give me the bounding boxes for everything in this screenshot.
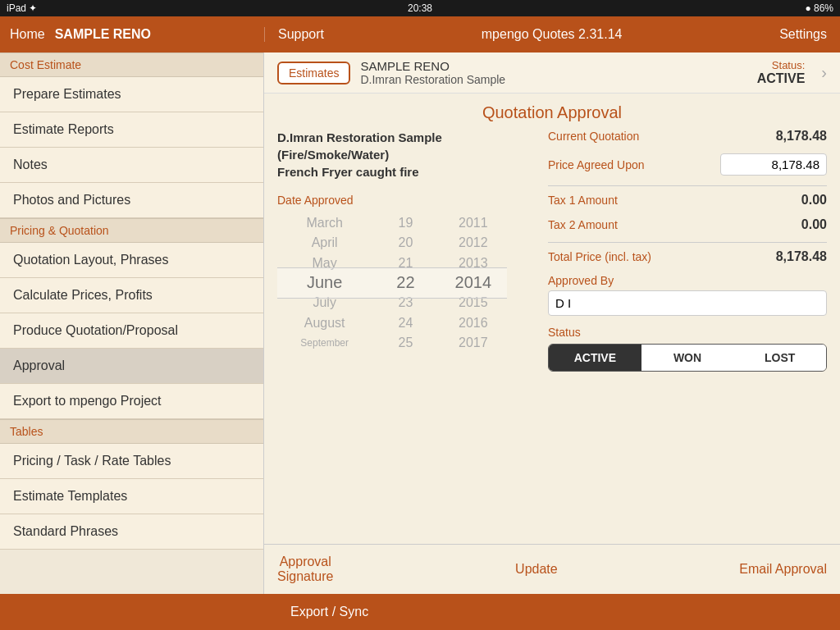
estimate-header: Estimates SAMPLE RENO D.Imran Restoratio… [264, 52, 840, 94]
tax1-label: Tax 1 Amount [548, 194, 618, 207]
divider-1 [548, 185, 827, 186]
sidebar-item-quotation-layout[interactable]: Quotation Layout, Phrases [0, 243, 263, 278]
sidebar-item-calculate-prices[interactable]: Calculate Prices, Profits [0, 278, 263, 313]
status-value: ACTIVE [757, 71, 806, 86]
total-price-label: Total Price (incl. tax) [548, 250, 651, 263]
sidebar-item-photos[interactable]: Photos and Pictures [0, 183, 263, 218]
chevron-right-icon: › [821, 63, 827, 82]
sidebar-item-produce-quotation[interactable]: Produce Quotation/Proposal [0, 313, 263, 349]
year-2016[interactable]: 2016 [440, 313, 507, 332]
nav-bar-left: Home SAMPLE RENO [0, 27, 264, 42]
year-2013[interactable]: 2013 [440, 253, 507, 273]
sidebar-item-pricing-tables[interactable]: Pricing / Task / Rate Tables [0, 444, 263, 479]
year-2017[interactable]: 2017 [440, 333, 507, 353]
main-panel: Estimates SAMPLE RENO D.Imran Restoratio… [264, 52, 840, 594]
tax2-row: Tax 2 Amount 0.00 [548, 217, 827, 232]
approval-signature-button[interactable]: ApprovalSignature [277, 555, 334, 584]
panel-title: Quotation Approval [264, 94, 840, 129]
current-quotation-value: 8,178.48 [776, 129, 827, 144]
sidebar-item-estimate-templates[interactable]: Estimate Templates [0, 479, 263, 514]
ipad-label: iPad ✦ [7, 2, 37, 14]
email-approval-button[interactable]: Email Approval [739, 562, 827, 577]
date-picker[interactable]: March April May June July August Septemb… [277, 213, 507, 353]
status-toggle: ACTIVE WON LOST [548, 344, 827, 372]
status-bar-left: iPad ✦ [7, 2, 37, 14]
month-july[interactable]: July [277, 293, 372, 313]
content-area: Cost Estimate Prepare Estimates Estimate… [0, 52, 840, 594]
month-march[interactable]: March [277, 213, 372, 233]
day-21[interactable]: 21 [372, 253, 439, 273]
nav-bar: Home SAMPLE RENO Support mpengo Quotes 2… [0, 16, 840, 52]
sidebar-item-estimate-reports[interactable]: Estimate Reports [0, 112, 263, 148]
estimates-button[interactable]: Estimates [277, 62, 350, 84]
status-label: Status: [757, 59, 806, 71]
current-quotation-label: Current Quotation [548, 130, 639, 143]
left-column: D.Imran Restoration Sample(Fire/Smoke/Wa… [277, 129, 535, 531]
day-19[interactable]: 19 [372, 213, 439, 233]
month-august[interactable]: August [277, 313, 372, 332]
total-price-row: Total Price (incl. tax) 8,178.48 [548, 249, 827, 264]
app-title: SAMPLE RENO [55, 27, 151, 42]
battery-label: ● 86% [805, 2, 833, 14]
section-header-tables: Tables [0, 419, 263, 444]
estimate-info: SAMPLE RENO D.Imran Restoration Sample [360, 59, 746, 86]
home-button[interactable]: Home [10, 27, 45, 42]
settings-button[interactable]: Settings [779, 27, 827, 42]
day-column[interactable]: 19 20 21 22 23 24 25 [372, 213, 439, 353]
month-june[interactable]: June [277, 273, 372, 293]
tax1-row: Tax 1 Amount 0.00 [548, 193, 827, 208]
sidebar-item-standard-phrases[interactable]: Standard Phrases [0, 514, 263, 550]
status-bar-right: ● 86% [805, 2, 833, 14]
right-column: Current Quotation 8,178.48 Price Agreed … [548, 129, 827, 531]
day-22[interactable]: 22 [372, 273, 439, 293]
date-approved-label: Date Approved [277, 194, 535, 207]
support-button[interactable]: Support [278, 27, 324, 42]
status-active-button[interactable]: ACTIVE [549, 345, 641, 371]
approved-by-label: Approved By [548, 274, 827, 287]
year-2014[interactable]: 2014 [440, 273, 507, 293]
sidebar-item-approval[interactable]: Approval [0, 349, 263, 384]
status-bar-time: 20:38 [408, 2, 432, 14]
total-price-value: 8,178.48 [776, 249, 827, 264]
approved-by-input[interactable] [548, 290, 827, 316]
sidebar-item-export-mpengo[interactable]: Export to mpengo Project [0, 384, 263, 419]
app-version: mpengo Quotes 2.31.14 [482, 27, 623, 42]
price-agreed-row: Price Agreed Upon [548, 153, 827, 176]
estimate-project-sub: D.Imran Restoration Sample [360, 73, 746, 86]
day-25[interactable]: 25 [372, 333, 439, 353]
tax2-value: 0.00 [801, 217, 827, 232]
tax1-value: 0.00 [801, 193, 827, 208]
status-section-label: Status [548, 326, 827, 339]
section-header-cost-estimate: Cost Estimate [0, 52, 263, 77]
day-20[interactable]: 20 [372, 233, 439, 253]
year-2012[interactable]: 2012 [440, 233, 507, 253]
status-lost-button[interactable]: LOST [733, 345, 826, 371]
tax2-label: Tax 2 Amount [548, 218, 618, 231]
day-24[interactable]: 24 [372, 313, 439, 332]
current-quotation-row: Current Quotation 8,178.48 [548, 129, 827, 144]
year-2015[interactable]: 2015 [440, 293, 507, 313]
year-column[interactable]: 2011 2012 2013 2014 2015 2016 2017 [440, 213, 507, 353]
status-won-button[interactable]: WON [641, 345, 734, 371]
main-content: D.Imran Restoration Sample(Fire/Smoke/Wa… [264, 129, 840, 544]
month-september[interactable]: September [277, 333, 372, 353]
update-button[interactable]: Update [515, 562, 558, 577]
sidebar-item-prepare-estimates[interactable]: Prepare Estimates [0, 77, 263, 112]
bottom-bar: Export / Sync [0, 594, 840, 630]
estimate-project-name: SAMPLE RENO [360, 59, 746, 73]
action-bar: ApprovalSignature Update Email Approval [264, 544, 840, 594]
sidebar: Cost Estimate Prepare Estimates Estimate… [0, 52, 264, 594]
year-2011[interactable]: 2011 [440, 213, 507, 233]
price-agreed-label: Price Agreed Upon [548, 158, 645, 171]
month-column[interactable]: March April May June July August Septemb… [277, 213, 372, 353]
project-description: D.Imran Restoration Sample(Fire/Smoke/Wa… [277, 129, 535, 180]
month-april[interactable]: April [277, 233, 372, 253]
export-sync-button[interactable]: Export / Sync [277, 605, 368, 619]
section-header-pricing: Pricing & Quotation [0, 218, 263, 243]
day-23[interactable]: 23 [372, 293, 439, 313]
nav-bar-right: Support mpengo Quotes 2.31.14 Settings [264, 27, 840, 42]
price-agreed-input[interactable] [720, 153, 827, 176]
sidebar-item-notes[interactable]: Notes [0, 148, 263, 183]
month-may[interactable]: May [277, 253, 372, 273]
estimate-status: Status: ACTIVE [757, 59, 806, 86]
